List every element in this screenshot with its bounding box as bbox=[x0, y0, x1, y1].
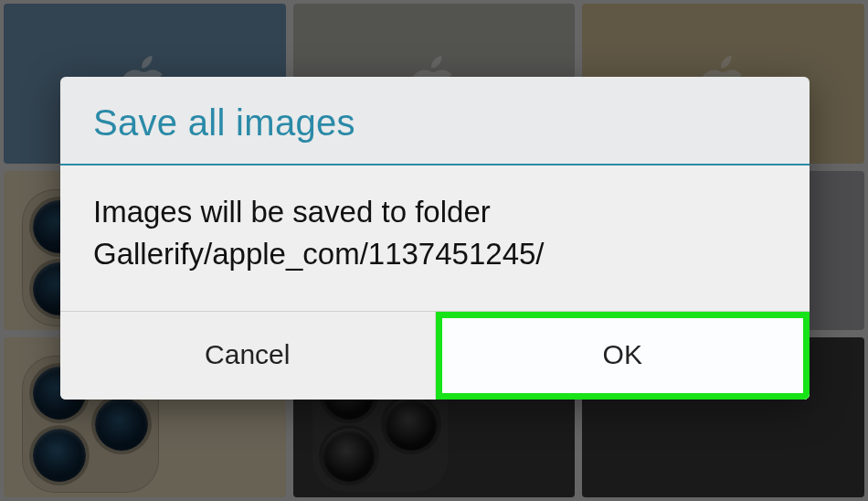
dialog-actions: Cancel OK bbox=[60, 312, 810, 400]
dialog-header: Save all images bbox=[60, 77, 810, 164]
dialog-message: Images will be saved to folder Gallerify… bbox=[60, 165, 810, 311]
save-images-dialog: Save all images Images will be saved to … bbox=[60, 77, 810, 400]
cancel-button[interactable]: Cancel bbox=[60, 312, 435, 400]
dialog-title: Save all images bbox=[93, 102, 777, 144]
ok-button[interactable]: OK bbox=[435, 312, 810, 400]
